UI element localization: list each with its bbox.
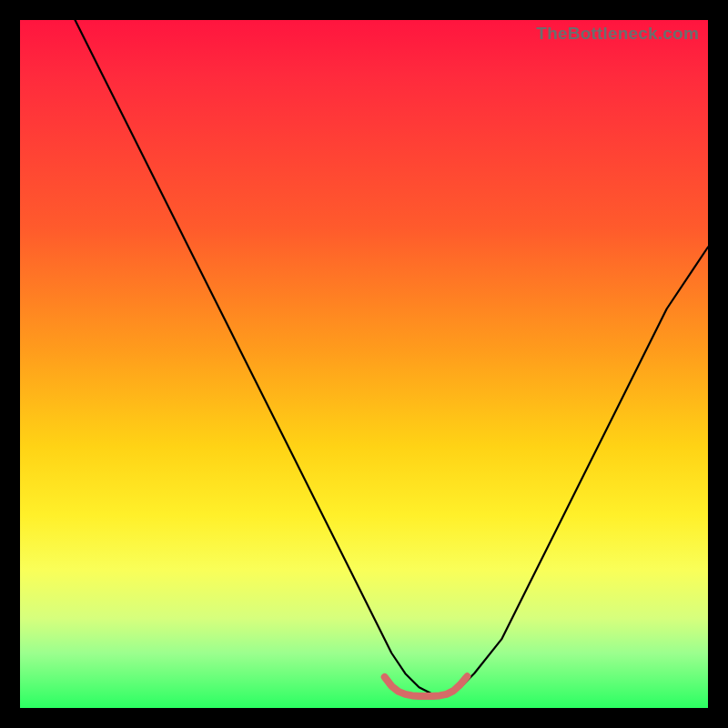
chart-frame: TheBottleneck.com (0, 0, 728, 728)
plot-area: TheBottleneck.com (20, 20, 708, 708)
bottleneck-curve (76, 20, 709, 694)
floor-marker (385, 676, 468, 696)
curve-layer (20, 20, 708, 708)
